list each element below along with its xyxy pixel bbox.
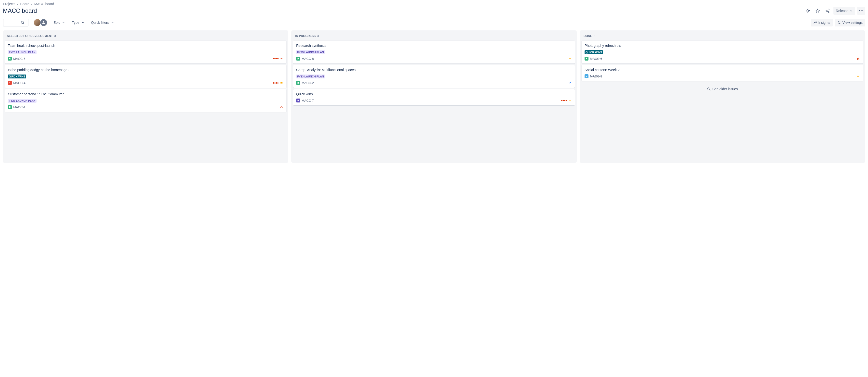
- epic-filter[interactable]: Epic: [53, 19, 66, 26]
- issue-key: MACC-3: [590, 74, 602, 78]
- svg-point-17: [9, 82, 10, 83]
- svg-line-11: [23, 23, 24, 24]
- card-footer: MACC-2: [296, 81, 572, 85]
- epic-label: FY23 LAUNCH PLAN: [8, 50, 36, 54]
- issue-card[interactable]: Quick wins MACC-7: [293, 89, 575, 105]
- assignee-avatars: [33, 19, 48, 27]
- story-points-dots: [273, 58, 279, 59]
- svg-point-4: [828, 11, 829, 13]
- issue-type-epic-icon: [296, 98, 300, 102]
- card-title: Quick wins: [296, 92, 572, 96]
- toolbar: Epic Type Quick filters Insights View se…: [3, 19, 865, 27]
- issue-type-bug-icon: [8, 81, 12, 85]
- page-title: MACC board: [3, 7, 37, 14]
- board-column: Selected for Development 3 Team health c…: [3, 30, 288, 163]
- breadcrumb-item[interactable]: Board: [20, 2, 29, 6]
- star-icon[interactable]: [814, 7, 822, 15]
- release-button[interactable]: Release: [833, 7, 855, 15]
- story-points-dots: [273, 82, 279, 84]
- card-footer: MACC-5: [8, 57, 283, 61]
- issue-key: MACC-8: [302, 57, 314, 61]
- issue-type-story-icon: [585, 57, 588, 61]
- avatar-unassigned[interactable]: [40, 19, 48, 27]
- issue-card[interactable]: Customer persona 1: The Commuter FY23 LA…: [5, 89, 286, 112]
- issue-key: MACC-1: [13, 105, 26, 109]
- column-name: In Progress: [295, 34, 316, 38]
- card-title: Team health check post-launch: [8, 44, 283, 48]
- board-column: Done 2 Photography refresh pls QUICK WIN…: [580, 30, 865, 163]
- epic-label: FY23 LAUNCH PLAN: [296, 50, 325, 54]
- card-footer: MACC-4: [8, 81, 283, 85]
- search-input[interactable]: [3, 19, 28, 27]
- breadcrumb-item[interactable]: MACC board: [34, 2, 54, 6]
- svg-point-9: [862, 10, 863, 11]
- see-older-label: See older issues: [712, 87, 738, 91]
- svg-point-10: [21, 21, 24, 24]
- board: Selected for Development 3 Team health c…: [3, 30, 865, 163]
- issue-type-story-icon: [8, 57, 12, 61]
- epic-label: QUICK WINS: [585, 50, 603, 54]
- card-footer: MACC-1: [8, 105, 283, 109]
- svg-point-8: [861, 10, 862, 11]
- insights-label: Insights: [818, 21, 830, 25]
- search-field[interactable]: [5, 21, 20, 25]
- svg-line-28: [710, 90, 710, 90]
- svg-point-3: [826, 10, 827, 11]
- column-header: In Progress 3: [293, 33, 575, 41]
- card-title: Is the padding dodgy on the homepage?!: [8, 68, 283, 72]
- svg-point-15: [838, 22, 839, 22]
- breadcrumb-separator: /: [18, 2, 19, 6]
- svg-point-27: [708, 88, 710, 90]
- quick-filters[interactable]: Quick filters: [90, 19, 115, 26]
- issue-type-story-icon: [8, 105, 12, 109]
- issue-type-task-icon: [585, 74, 588, 78]
- svg-marker-1: [816, 9, 819, 12]
- toolbar-right: Insights View settings: [811, 19, 865, 27]
- issue-type-story-icon: [296, 81, 300, 85]
- card-title: Comp. Analysis: Multifunctional spaces: [296, 68, 572, 72]
- card-title: Photography refresh pls: [585, 44, 860, 48]
- issue-card[interactable]: Team health check post-launch FY23 LAUNC…: [5, 41, 286, 63]
- filter-label: Type: [72, 21, 79, 25]
- automation-icon[interactable]: [804, 7, 812, 15]
- issue-key: MACC-7: [302, 99, 314, 102]
- view-settings-button[interactable]: View settings: [835, 19, 865, 27]
- toolbar-left: Epic Type Quick filters: [3, 19, 115, 27]
- svg-line-6: [827, 11, 828, 12]
- column-name: Done: [584, 34, 592, 38]
- svg-marker-22: [298, 99, 299, 101]
- column-header: Selected for Development 3: [5, 33, 286, 41]
- card-title: Research synthesis: [296, 44, 572, 48]
- issue-card[interactable]: Comp. Analysis: Multifunctional spaces F…: [293, 65, 575, 88]
- breadcrumb-item[interactable]: Projects: [3, 2, 16, 6]
- issue-key: MACC-2: [302, 81, 314, 85]
- card-footer: MACC-8: [296, 57, 572, 61]
- priority-medium-icon: [568, 98, 572, 102]
- priority-medium-icon: [856, 74, 860, 78]
- view-settings-label: View settings: [842, 21, 863, 25]
- type-filter[interactable]: Type: [71, 19, 85, 26]
- breadcrumb: Projects / Board / MACC board: [3, 2, 865, 6]
- column-count: 3: [54, 34, 56, 38]
- issue-card[interactable]: Social content: Week 2 MACC-3: [582, 65, 863, 81]
- priority-medium-icon: [568, 57, 572, 61]
- card-footer: MACC-3: [585, 74, 860, 78]
- svg-point-16: [839, 23, 840, 24]
- insights-button[interactable]: Insights: [811, 19, 833, 27]
- issue-card[interactable]: Research synthesis FY23 LAUNCH PLAN MACC…: [293, 41, 575, 63]
- issue-card[interactable]: Is the padding dodgy on the homepage?! Q…: [5, 65, 286, 88]
- issue-key: MACC-5: [13, 57, 26, 61]
- card-title: Social content: Week 2: [585, 68, 860, 72]
- story-points-dots: [561, 100, 567, 101]
- header-actions: Release: [804, 7, 865, 15]
- column-name: Selected for Development: [7, 34, 53, 38]
- breadcrumb-separator: /: [31, 2, 32, 6]
- svg-point-7: [859, 10, 860, 11]
- see-older-issues[interactable]: See older issues: [582, 83, 863, 95]
- issue-type-story-icon: [296, 57, 300, 61]
- issue-card[interactable]: Photography refresh pls QUICK WINS MACC-…: [582, 41, 863, 63]
- svg-marker-0: [806, 9, 810, 13]
- more-actions-icon[interactable]: [857, 7, 865, 15]
- column-count: 2: [594, 34, 595, 38]
- share-icon[interactable]: [824, 7, 832, 15]
